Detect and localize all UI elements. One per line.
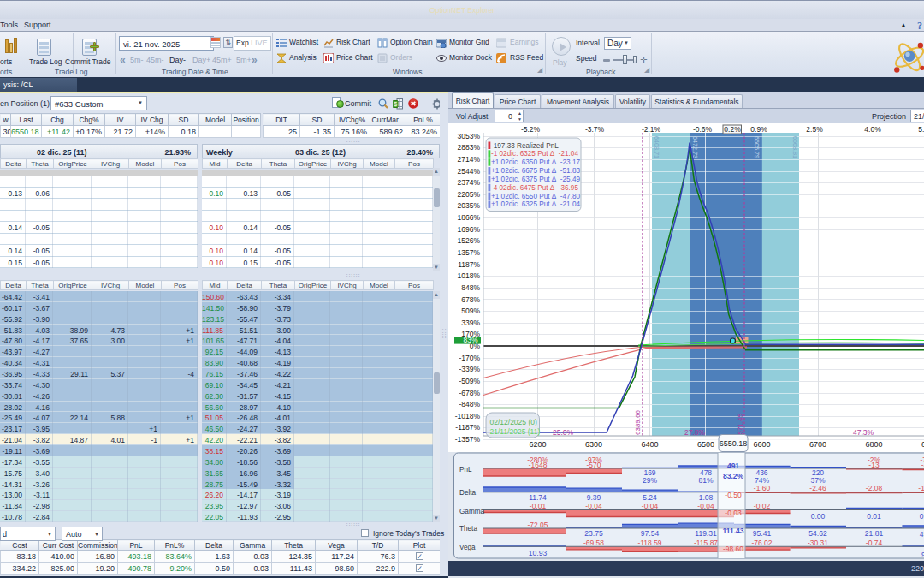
svg-text:-1648: -1648: [529, 461, 548, 469]
svg-text:Theta: Theta: [459, 525, 477, 533]
svg-text:678%: 678%: [461, 295, 480, 304]
svg-text:0.2%: 0.2%: [724, 125, 741, 134]
svg-text:25.0%: 25.0%: [553, 428, 574, 437]
svg-text:-0.50: -0.50: [725, 491, 742, 499]
svg-text:-1357%: -1357%: [455, 435, 481, 444]
svg-text:PnL: PnL: [459, 466, 472, 474]
svg-text:97.54: 97.54: [641, 529, 660, 538]
svg-text:5.5%: 5.5%: [918, 125, 924, 134]
svg-text:6200: 6200: [529, 440, 546, 449]
svg-text:1187%: 1187%: [458, 260, 480, 269]
svg-text:491: 491: [727, 462, 739, 470]
svg-text:+1 02dic. 6675 Put Δ -51.83: +1 02dic. 6675 Put Δ -51.83: [491, 167, 580, 175]
svg-text:1.08: 1.08: [699, 493, 714, 502]
svg-text:-1.71: -1.71: [918, 484, 924, 492]
svg-text:0.01: 0.01: [920, 512, 924, 521]
svg-text:6668.81: 6668.81: [791, 136, 799, 158]
svg-text:-98.60: -98.60: [723, 545, 743, 553]
svg-text:23.75: 23.75: [584, 529, 603, 538]
svg-text:6605.79: 6605.79: [753, 136, 761, 158]
svg-text:-170%: -170%: [459, 354, 480, 362]
svg-text:1866%: 1866%: [458, 213, 481, 222]
svg-text:+1 02dic. 6350 Put Δ -23.17: +1 02dic. 6350 Put Δ -23.17: [491, 158, 580, 166]
svg-text:-0.03: -0.03: [725, 509, 742, 517]
svg-text:0.9%: 0.9%: [750, 125, 767, 134]
svg-text:-848%: -848%: [459, 400, 480, 408]
svg-text:-197.33 Realized PnL: -197.33 Realized PnL: [491, 142, 559, 150]
svg-text:339%: 339%: [461, 319, 480, 327]
svg-text:Gamma: Gamma: [459, 508, 485, 515]
svg-text:-509%: -509%: [459, 377, 480, 385]
svg-text:6600: 6600: [753, 440, 770, 449]
svg-text:+1 02dic. 6550 Put Δ -47.80: +1 02dic. 6550 Put Δ -47.80: [491, 193, 580, 200]
svg-text:2714%: 2714%: [458, 155, 481, 164]
svg-text:54.62: 54.62: [808, 529, 827, 538]
svg-text:-570: -570: [586, 461, 601, 469]
svg-text:83%: 83%: [463, 336, 477, 344]
svg-text:4.0%: 4.0%: [864, 125, 881, 134]
svg-text:02/12/2025 (0): 02/12/2025 (0): [490, 418, 537, 426]
svg-text:-0.02: -0.02: [754, 502, 771, 510]
svg-text:-678%: -678%: [459, 389, 480, 397]
svg-text:2205%: 2205%: [458, 190, 481, 199]
svg-text:6400: 6400: [641, 440, 658, 449]
svg-text:1526%: 1526%: [458, 236, 481, 245]
svg-text:-30.31: -30.31: [808, 539, 828, 547]
svg-text:-69.58: -69.58: [583, 539, 604, 547]
svg-text:-5.2%: -5.2%: [521, 125, 541, 134]
svg-text:-1 02dic. 6325 Put Δ -21.04: -1 02dic. 6325 Put Δ -21.04: [491, 150, 578, 158]
svg-text:21.81: 21.81: [865, 529, 884, 538]
svg-text:0.01: 0.01: [867, 512, 881, 521]
svg-text:2544%: 2544%: [458, 167, 481, 176]
svg-text:-0.04: -0.04: [585, 502, 602, 510]
svg-text:1018%: 1018%: [458, 271, 481, 280]
svg-text:1357%: 1357%: [458, 248, 481, 257]
svg-text:10.93: 10.93: [529, 549, 548, 557]
svg-text:-2.1%: -2.1%: [642, 125, 661, 134]
svg-text:+1 02dic. 6325 Put Δ -21.04: +1 02dic. 6325 Put Δ -21.04: [491, 200, 580, 208]
svg-text:+1 02dic. 6375 Put Δ -25.49: +1 02dic. 6375 Put Δ -25.49: [491, 176, 580, 183]
svg-text:Delta: Delta: [459, 489, 477, 497]
svg-text:6389.66: 6389.66: [634, 410, 642, 435]
svg-text:47.3%: 47.3%: [853, 428, 874, 437]
svg-text:3053%: 3053%: [458, 132, 481, 140]
svg-text:509%: 509%: [461, 307, 480, 315]
svg-text:-76.02: -76.02: [751, 539, 772, 547]
svg-text:6500: 6500: [697, 440, 714, 449]
svg-text:$: $: [394, 101, 397, 107]
svg-text:2374%: 2374%: [458, 178, 481, 187]
svg-text:1696%: 1696%: [458, 225, 481, 234]
svg-text:9.39: 9.39: [587, 493, 601, 502]
svg-text:95.41: 95.41: [753, 529, 772, 538]
svg-text:-0.04: -0.04: [697, 502, 714, 510]
svg-text:6408.71: 6408.71: [653, 136, 660, 158]
svg-text:45.2: 45.2: [920, 530, 924, 539]
svg-text:83.2%: 83.2%: [723, 472, 744, 480]
svg-text:-339%: -339%: [459, 365, 480, 373]
svg-text:-115.87: -115.87: [694, 539, 718, 547]
svg-text:29%: 29%: [643, 476, 657, 485]
svg-text:Vega: Vega: [459, 544, 476, 551]
svg-text:-0.01: -0.01: [530, 502, 547, 510]
svg-text:-0.04: -0.04: [642, 502, 659, 510]
svg-text:11.74: 11.74: [529, 493, 547, 502]
svg-text:-2.08: -2.08: [866, 484, 883, 492]
svg-text:-72.05: -72.05: [527, 521, 548, 529]
svg-text:-1.60: -1.60: [754, 484, 771, 492]
svg-text:111.43: 111.43: [722, 527, 743, 535]
svg-text:2883%: 2883%: [458, 143, 481, 152]
svg-text:27.8%: 27.8%: [684, 428, 706, 437]
svg-text:6300: 6300: [585, 440, 602, 449]
svg-text:6550.18: 6550.18: [720, 439, 748, 448]
svg-text:81%: 81%: [698, 476, 713, 485]
svg-text:-0.6%: -0.6%: [693, 125, 713, 134]
svg-text:2.5%: 2.5%: [806, 125, 823, 134]
svg-text:848%: 848%: [461, 283, 480, 292]
svg-text:2035%: 2035%: [458, 201, 481, 210]
svg-text:6800: 6800: [865, 440, 882, 449]
svg-text:-0.74: -0.74: [866, 539, 883, 547]
svg-text:0.00: 0.00: [811, 512, 826, 521]
svg-text:-118.59: -118.59: [637, 539, 661, 547]
svg-text:-4 02dic. 6475 Put Δ -36.95: -4 02dic. 6475 Put Δ -36.95: [491, 184, 578, 192]
svg-text:6700: 6700: [809, 440, 826, 449]
